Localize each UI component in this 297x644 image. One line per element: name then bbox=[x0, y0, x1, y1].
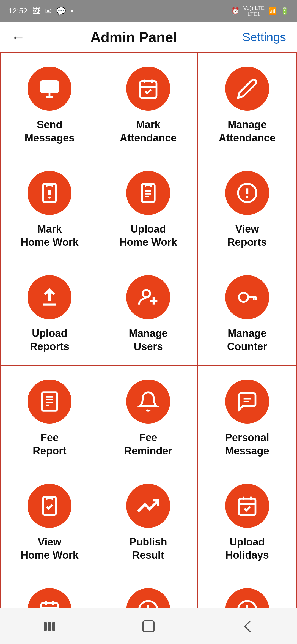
add-person-icon bbox=[137, 286, 159, 308]
upload-homework-icon-circle bbox=[126, 171, 170, 215]
clipboard-list-icon bbox=[137, 182, 159, 204]
svg-rect-60 bbox=[143, 621, 154, 632]
publish-result-icon-circle bbox=[126, 484, 170, 528]
bottom-nav bbox=[0, 608, 297, 644]
exclamation-circle-icon bbox=[236, 182, 258, 204]
dot-icon: • bbox=[71, 7, 74, 15]
svg-rect-44 bbox=[239, 498, 255, 515]
svg-rect-40 bbox=[43, 497, 56, 515]
manage-counter-item[interactable]: ManageCounter bbox=[198, 261, 296, 365]
grid-row-1: SendMessages MarkAttendance ManageAtte bbox=[1, 53, 296, 157]
pencil-icon bbox=[236, 78, 258, 100]
mark-attendance-item[interactable]: MarkAttendance bbox=[99, 53, 198, 157]
upload-reports-icon-circle bbox=[28, 275, 72, 319]
view-homework-icon-circle bbox=[28, 484, 72, 528]
status-right: ⏰ Vo)) LTELTE1 📶 🔋 bbox=[231, 5, 289, 17]
top-nav: ← Admin Panel Settings bbox=[0, 22, 297, 52]
status-bar: 12:52 🖼 ✉ 💬 • ⏰ Vo)) LTELTE1 📶 🔋 bbox=[0, 0, 297, 22]
svg-rect-57 bbox=[44, 622, 47, 631]
key-icon bbox=[236, 286, 258, 308]
admin-grid: SendMessages MarkAttendance ManageAtte bbox=[0, 52, 297, 644]
send-messages-item[interactable]: SendMessages bbox=[1, 53, 99, 157]
calendar-check-icon bbox=[137, 78, 159, 100]
upload-homework-label: UploadHome Work bbox=[119, 223, 177, 249]
upload-homework-item[interactable]: UploadHome Work bbox=[99, 157, 198, 261]
upload-arrow-icon bbox=[38, 286, 61, 308]
nav-back-icon bbox=[239, 618, 256, 635]
mark-attendance-label: MarkAttendance bbox=[120, 118, 177, 144]
view-reports-label: ViewReports bbox=[227, 223, 267, 249]
nav-home-button[interactable] bbox=[139, 617, 158, 636]
signal-bars-icon: 📶 bbox=[268, 7, 277, 15]
grid-row-4: FeeReport FeeReminder PersonalMessage bbox=[1, 366, 296, 470]
nav-menu-icon bbox=[41, 620, 58, 633]
battery-icon: 🔋 bbox=[280, 7, 289, 15]
back-button[interactable]: ← bbox=[11, 29, 25, 45]
grid-row-2: MarkHome Work UploadHome Work bbox=[1, 157, 296, 261]
mail-icon: ✉ bbox=[45, 7, 51, 16]
manage-users-item[interactable]: ManageUsers bbox=[99, 261, 198, 365]
upload-holidays-label: UploadHolidays bbox=[225, 536, 269, 562]
grid-row-3: UploadReports ManageUsers bbox=[1, 261, 296, 366]
mark-attendance-icon-circle bbox=[126, 67, 170, 111]
photo-icon: 🖼 bbox=[32, 7, 40, 16]
settings-button[interactable]: Settings bbox=[242, 30, 286, 44]
personal-message-icon-circle bbox=[225, 380, 269, 424]
chat-icon: 💬 bbox=[56, 7, 66, 16]
svg-point-26 bbox=[143, 290, 150, 297]
upload-reports-item[interactable]: UploadReports bbox=[1, 261, 99, 365]
view-homework-item[interactable]: ViewHome Work bbox=[1, 470, 99, 574]
svg-rect-59 bbox=[52, 622, 55, 631]
upload-reports-label: UploadReports bbox=[30, 327, 70, 353]
calendar-check2-icon bbox=[236, 495, 258, 517]
personal-message-label: PersonalMessage bbox=[225, 431, 269, 457]
svg-rect-58 bbox=[48, 622, 51, 631]
signal-text: Vo)) LTELTE1 bbox=[243, 5, 265, 17]
manage-counter-icon-circle bbox=[225, 275, 269, 319]
svg-point-14 bbox=[48, 197, 51, 199]
receipt-icon bbox=[38, 391, 61, 413]
manage-users-icon-circle bbox=[126, 275, 170, 319]
page-title: Admin Panel bbox=[90, 29, 177, 45]
send-messages-label: SendMessages bbox=[24, 118, 75, 144]
publish-result-label: PublishResult bbox=[129, 536, 167, 562]
fee-report-icon-circle bbox=[28, 380, 72, 424]
mark-homework-icon-circle bbox=[28, 171, 72, 215]
status-left: 12:52 🖼 ✉ 💬 • bbox=[8, 7, 74, 16]
upload-holidays-item[interactable]: UploadHolidays bbox=[198, 470, 296, 574]
nav-menu-button[interactable] bbox=[40, 617, 59, 636]
personal-message-item[interactable]: PersonalMessage bbox=[198, 366, 296, 470]
manage-attendance-icon-circle bbox=[225, 67, 269, 111]
svg-rect-15 bbox=[142, 184, 155, 202]
upload-holidays-icon-circle bbox=[225, 484, 269, 528]
publish-result-item[interactable]: PublishResult bbox=[99, 470, 198, 574]
view-homework-label: ViewHome Work bbox=[21, 536, 78, 562]
nav-home-icon bbox=[140, 618, 157, 635]
send-messages-icon-circle bbox=[28, 67, 72, 111]
mark-homework-label: MarkHome Work bbox=[21, 223, 78, 249]
fee-report-label: FeeReport bbox=[33, 431, 66, 457]
alarm-icon: ⏰ bbox=[231, 7, 240, 15]
svg-rect-33 bbox=[42, 392, 57, 411]
svg-rect-0 bbox=[40, 80, 59, 93]
clipboard-exclamation-icon bbox=[38, 182, 61, 204]
manage-attendance-label: ManageAttendance bbox=[219, 118, 276, 144]
chat-icon bbox=[38, 78, 61, 100]
mark-homework-item[interactable]: MarkHome Work bbox=[1, 157, 99, 261]
fee-reminder-icon-circle bbox=[126, 380, 170, 424]
svg-rect-5 bbox=[140, 81, 156, 98]
grid-row-5: ViewHome Work PublishResult bbox=[1, 470, 296, 574]
fee-report-item[interactable]: FeeReport bbox=[1, 366, 99, 470]
message-icon bbox=[236, 391, 258, 413]
trending-up-icon bbox=[137, 495, 159, 517]
view-reports-item[interactable]: ViewReports bbox=[198, 157, 296, 261]
manage-counter-label: ManageCounter bbox=[227, 327, 267, 353]
fee-reminder-item[interactable]: FeeReminder bbox=[99, 366, 198, 470]
svg-point-24 bbox=[246, 196, 248, 198]
manage-users-label: ManageUsers bbox=[129, 327, 167, 353]
time-display: 12:52 bbox=[8, 7, 28, 15]
clipboard-check-icon bbox=[38, 495, 61, 517]
manage-attendance-item[interactable]: ManageAttendance bbox=[198, 53, 296, 157]
view-reports-icon-circle bbox=[225, 171, 269, 215]
nav-back-button[interactable] bbox=[238, 617, 257, 636]
